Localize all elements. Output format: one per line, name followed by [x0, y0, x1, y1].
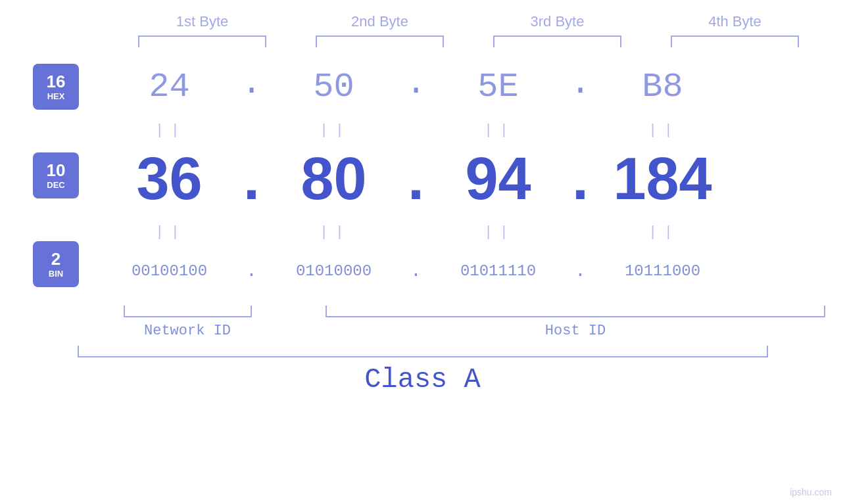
bin-val-2: 01010000: [270, 262, 398, 280]
class-big-bracket: [78, 346, 768, 357]
dot-bin-3: .: [562, 261, 598, 281]
hex-val-2: 50: [270, 68, 398, 106]
bracket-top-3: [493, 35, 621, 47]
hex-val-4: B8: [598, 68, 727, 106]
bin-label-row: 2 BIN: [33, 238, 79, 290]
bottom-section: Network ID Host ID: [0, 306, 845, 339]
byte1-header: 1st Byte: [130, 13, 275, 30]
top-brackets: [114, 35, 824, 47]
labels-rows: 16 HEX 10 DEC 2 BIN: [33, 60, 79, 290]
hex-val-3: 5E: [434, 68, 562, 106]
byte2-header: 2nd Byte: [308, 13, 452, 30]
host-id-label: Host ID: [545, 323, 606, 339]
bin-val-3: 01011110: [434, 262, 562, 280]
dec-values-row: 36 . 80 . 94 . 184: [105, 143, 845, 215]
bracket-top-4: [671, 35, 799, 47]
class-section: Class A: [0, 346, 845, 396]
hex-badge-num: 16: [47, 72, 66, 91]
bin-values-row: 00100100 . 01010000 . 01011110 . 1011100…: [105, 244, 845, 297]
watermark: ipshu.com: [790, 487, 832, 497]
byte-headers-row: 1st Byte 2nd Byte 3rd Byte 4th Byte: [114, 13, 824, 30]
byte4-header: 4th Byte: [663, 13, 808, 30]
dec-val-3: 94: [434, 145, 562, 213]
dot-dec-3: .: [562, 145, 598, 213]
dot-dec-2: .: [398, 145, 434, 213]
network-bracket-area: Network ID: [105, 306, 270, 339]
host-bracket-area: Host ID: [306, 306, 845, 339]
bracket-bottom-host: [326, 306, 825, 317]
main-values-area: 16 HEX 10 DEC 2 BIN: [0, 60, 845, 300]
dec-label-row: 10 DEC: [33, 139, 79, 212]
dec-val-2: 80: [270, 145, 398, 213]
bracket-bottom-network: [124, 306, 252, 317]
class-label: Class A: [364, 364, 480, 396]
bracket-top-2: [316, 35, 444, 47]
eq1-3: | |: [434, 121, 562, 138]
equals-row-2: | | | | | | | |: [105, 218, 845, 244]
bin-badge-label: BIN: [49, 269, 63, 279]
eq2-1: | |: [105, 223, 233, 240]
bracket-top-1: [138, 35, 266, 47]
hex-badge: 16 HEX: [33, 64, 79, 110]
eq1-2: | |: [270, 121, 398, 138]
dec-val-1: 36: [105, 145, 233, 213]
base-labels-column: 16 HEX 10 DEC 2 BIN: [0, 60, 92, 290]
dot-bin-2: .: [398, 261, 434, 281]
eq1-4: | |: [598, 121, 727, 138]
bin-val-4: 10111000: [598, 262, 727, 280]
dec-val-4: 184: [598, 145, 727, 213]
dot-hex-3: .: [562, 64, 598, 110]
byte3-header: 3rd Byte: [485, 13, 630, 30]
dot-hex-1: .: [233, 64, 270, 110]
bin-badge-num: 2: [51, 250, 60, 269]
dec-badge: 10 DEC: [33, 152, 79, 198]
dot-hex-2: .: [398, 64, 434, 110]
dot-bin-1: .: [233, 261, 270, 281]
hex-label-row: 16 HEX: [33, 60, 79, 113]
bin-badge: 2 BIN: [33, 241, 79, 287]
dot-dec-1: .: [233, 145, 270, 213]
eq2-2: | |: [270, 223, 398, 240]
eq2-4: | |: [598, 223, 727, 240]
hex-badge-label: HEX: [47, 91, 65, 101]
eq1-1: | |: [105, 121, 233, 138]
eq2-3: | |: [434, 223, 562, 240]
dec-badge-label: DEC: [47, 180, 64, 190]
values-grid: 24 . 50 . 5E . B8 | | | | | | | | 36: [92, 60, 845, 300]
network-id-label: Network ID: [144, 323, 231, 339]
dec-badge-num: 10: [47, 161, 66, 180]
eq1-spacer: [33, 113, 79, 139]
bin-val-1: 00100100: [105, 262, 233, 280]
eq2-spacer: [33, 212, 79, 238]
hex-val-1: 24: [105, 68, 233, 106]
hex-values-row: 24 . 50 . 5E . B8: [105, 60, 845, 113]
main-container: 1st Byte 2nd Byte 3rd Byte 4th Byte 16 H…: [0, 0, 845, 504]
equals-row-1: | | | | | | | |: [105, 116, 845, 143]
